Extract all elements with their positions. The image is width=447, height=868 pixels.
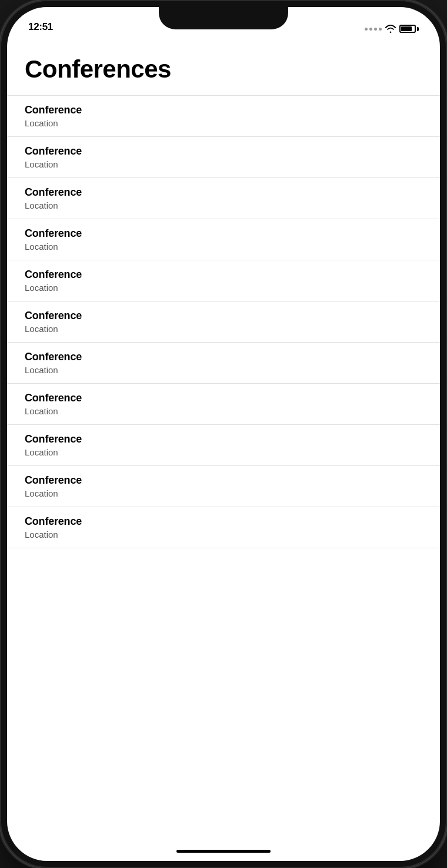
conference-location: Location [25,529,422,539]
home-indicator[interactable] [176,850,271,853]
page-title: Conferences [7,49,440,95]
conference-name: Conference [25,474,422,487]
list-item[interactable]: ConferenceLocation [7,219,440,260]
conference-name: Conference [25,392,422,404]
list-item[interactable]: ConferenceLocation [7,466,440,507]
list-item[interactable]: ConferenceLocation [7,260,440,301]
content-area[interactable]: Conferences ConferenceLocationConference… [7,38,440,861]
list-item[interactable]: ConferenceLocation [7,425,440,466]
status-icons [365,25,419,33]
conference-location: Location [25,283,422,293]
wifi-icon [385,25,396,33]
conference-location: Location [25,118,422,128]
list-item[interactable]: ConferenceLocation [7,96,440,137]
notch [159,7,288,29]
conference-location: Location [25,365,422,375]
conference-name: Conference [25,433,422,445]
battery-icon [399,25,419,33]
conference-name: Conference [25,351,422,363]
signal-icon [365,28,382,31]
conference-name: Conference [25,269,422,281]
list-item[interactable]: ConferenceLocation [7,301,440,343]
conference-name: Conference [25,227,422,240]
conference-name: Conference [25,186,422,199]
conference-name: Conference [25,104,422,116]
conference-location: Location [25,242,422,252]
conference-name: Conference [25,145,422,157]
list-item[interactable]: ConferenceLocation [7,178,440,219]
conference-name: Conference [25,310,422,322]
conference-location: Location [25,447,422,457]
screen: 12:51 [7,7,440,861]
phone-frame: 12:51 [0,0,447,868]
status-time: 12:51 [28,21,53,33]
conference-location: Location [25,406,422,416]
list-item[interactable]: ConferenceLocation [7,343,440,384]
conferences-list: ConferenceLocationConferenceLocationConf… [7,95,440,548]
conference-location: Location [25,200,422,210]
list-item[interactable]: ConferenceLocation [7,507,440,548]
conference-location: Location [25,488,422,498]
conference-location: Location [25,324,422,334]
list-item[interactable]: ConferenceLocation [7,137,440,178]
conference-name: Conference [25,515,422,528]
conference-location: Location [25,159,422,169]
list-item[interactable]: ConferenceLocation [7,384,440,425]
